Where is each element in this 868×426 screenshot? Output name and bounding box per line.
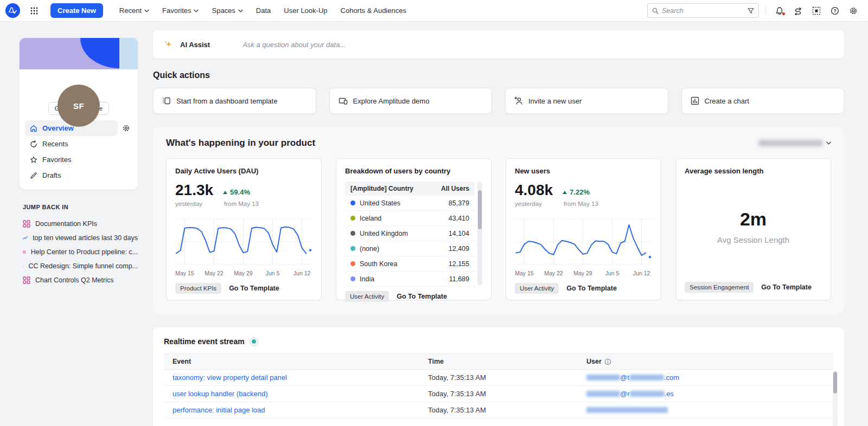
dau-x-axis-labels: May 15May 22May 29Jun 5Jun 12: [175, 270, 312, 279]
country-scrollbar[interactable]: [477, 182, 482, 286]
amplitude-logo-glyph: [8, 6, 17, 15]
country-card-title: Breakdown of users by country: [345, 167, 482, 175]
app-switcher-icon[interactable]: [27, 4, 42, 17]
nav-cohorts-audiences[interactable]: Cohorts & Audiences: [335, 3, 412, 18]
event-row[interactable]: taxonomy: view property detail panelToda…: [164, 370, 833, 386]
star-icon: [30, 156, 37, 164]
jump-item-help-center-pipeline[interactable]: Help Center to Product pipeline: c...: [23, 245, 138, 259]
notification-badge: [782, 12, 786, 16]
quick-actions-row: Start from a dashboard template Explore …: [153, 88, 844, 114]
data-connections-icon[interactable]: [791, 4, 805, 18]
up-arrow-icon: [563, 191, 567, 194]
country-table[interactable]: [Amplitude] Country All Users United Sta…: [345, 182, 482, 287]
pencil-icon: [30, 172, 37, 179]
go-to-template-link[interactable]: Go To Template: [229, 285, 279, 292]
qa-invite-user[interactable]: Invite a new user: [505, 88, 668, 114]
go-to-template-link[interactable]: Go To Template: [566, 285, 617, 292]
ai-assist-bar[interactable]: AI Assist: [153, 30, 844, 59]
tag-product-kpis[interactable]: Product KPIs: [175, 283, 221, 294]
nav-spaces[interactable]: Spaces: [206, 3, 248, 18]
country-row[interactable]: United States85,379: [345, 196, 475, 211]
country-row[interactable]: (none)12,409: [345, 241, 475, 256]
event-row[interactable]: performance: initial page loadToday, 7:3…: [164, 402, 833, 418]
avatar[interactable]: SF: [58, 85, 100, 127]
event-time: Today, 7:35:13 AM: [428, 406, 586, 414]
series-color-dot: [350, 261, 355, 266]
event-link[interactable]: taxonomy: view property detail panel: [173, 373, 287, 382]
project-selector[interactable]: [758, 140, 831, 146]
tag-user-activity[interactable]: User Activity: [515, 283, 559, 294]
global-search[interactable]: [647, 3, 759, 18]
dau-delta-caption: from May 13: [224, 201, 259, 207]
space-card: SF Go To Your Space Overview Recen: [20, 38, 138, 190]
redacted-text: [586, 375, 620, 380]
tag-user-activity[interactable]: User Activity: [345, 291, 389, 302]
amplitude-logo[interactable]: [5, 3, 20, 18]
realtime-scrollbar-thumb[interactable]: [833, 372, 837, 393]
chevron-down-icon: [144, 9, 149, 12]
qa-dashboard-template[interactable]: Start from a dashboard template: [153, 88, 316, 114]
settings-gear-icon[interactable]: [846, 4, 860, 18]
jump-item-chart-controls-q2[interactable]: Chart Controls Q2 Metrics: [23, 273, 138, 287]
jump-back-in-title: JUMP BACK IN: [23, 204, 138, 210]
sidebar-item-drafts[interactable]: Drafts: [25, 167, 132, 183]
country-row[interactable]: India11,689: [345, 272, 475, 287]
space-settings-gear-icon[interactable]: [120, 122, 132, 134]
time-column-header: Time: [428, 358, 586, 365]
sidebar-item-favorites[interactable]: Favorites: [25, 152, 132, 167]
help-icon[interactable]: ?: [828, 4, 842, 18]
filter-funnel-icon[interactable]: [748, 8, 754, 14]
new-users-delta: 7.22%: [563, 188, 590, 198]
search-input[interactable]: [662, 7, 744, 15]
nav-data[interactable]: Data: [251, 3, 276, 18]
dashed-select-icon[interactable]: [809, 4, 824, 18]
redacted-project-name: [758, 140, 822, 146]
dau-value-caption: yesterday: [175, 201, 214, 207]
notifications-bell-icon[interactable]: [773, 4, 787, 18]
go-to-template-link[interactable]: Go To Template: [761, 283, 812, 291]
event-row[interactable]: user lookup handler (backend)Today, 7:35…: [164, 386, 833, 402]
avg-session-caption: Avg Session Length: [717, 235, 789, 244]
whats-happening-section: What's happening in your product Daily A…: [153, 127, 844, 314]
event-link[interactable]: performance: initial page load: [173, 406, 265, 414]
tag-session-engagement[interactable]: Session Engagement: [685, 282, 754, 293]
nav-user-lookup[interactable]: User Look-Up: [278, 3, 333, 18]
jump-item-top-ten-articles[interactable]: top ten viewed articles last 30 days: [23, 231, 138, 245]
country-label: South Korea: [360, 260, 398, 268]
new-users-chart[interactable]: May 15May 22May 29Jun 5Jun 12: [515, 215, 652, 279]
live-indicator[interactable]: [250, 337, 258, 346]
country-value: 14,104: [449, 230, 469, 237]
redacted-text: [586, 407, 668, 413]
country-scrollbar-thumb[interactable]: [478, 190, 482, 229]
event-user[interactable]: @r.es: [586, 390, 674, 398]
country-row[interactable]: South Korea12,155: [345, 256, 475, 272]
nav-recent-label: Recent: [119, 7, 142, 15]
jump-item-label: Documentation KPIs: [35, 220, 97, 228]
new-users-value: 4.08k: [515, 183, 553, 198]
country-row[interactable]: United Kingdom14,104: [345, 226, 475, 241]
event-user[interactable]: @t.com: [586, 373, 679, 382]
new-users-card: New users 4.08k 7.22% yesterday from May…: [506, 158, 661, 300]
ai-assist-input[interactable]: [242, 41, 833, 49]
invite-user-icon: [514, 96, 523, 105]
redacted-text: [586, 391, 620, 397]
nav-recent[interactable]: Recent: [114, 3, 155, 18]
realtime-scrollbar[interactable]: [833, 371, 838, 426]
dau-chart[interactable]: May 15May 22May 29Jun 5Jun 12: [175, 215, 312, 279]
info-icon[interactable]: [604, 358, 611, 365]
x-tick-label: May 15: [175, 270, 194, 276]
event-link[interactable]: user lookup handler (backend): [173, 390, 268, 398]
qa-label: Create a chart: [705, 97, 749, 105]
bar-chart-icon: [691, 96, 699, 105]
sidebar-item-recents[interactable]: Recents: [25, 136, 132, 152]
country-row[interactable]: Iceland43,410: [345, 211, 475, 226]
nav-favorites[interactable]: Favorites: [157, 3, 204, 18]
qa-create-chart[interactable]: Create a chart: [681, 88, 845, 114]
create-new-button[interactable]: Create New: [50, 3, 103, 18]
series-color-dot: [350, 231, 355, 236]
event-user[interactable]: [586, 407, 668, 413]
jump-item-documentation-kpis[interactable]: Documentation KPIs: [23, 217, 138, 231]
qa-explore-demo[interactable]: Explore Amplitude demo: [329, 88, 493, 114]
go-to-template-link[interactable]: Go To Template: [397, 293, 447, 300]
jump-item-cc-redesign-funnel[interactable]: CC Redesign: Simple funnel comp...: [23, 259, 138, 273]
